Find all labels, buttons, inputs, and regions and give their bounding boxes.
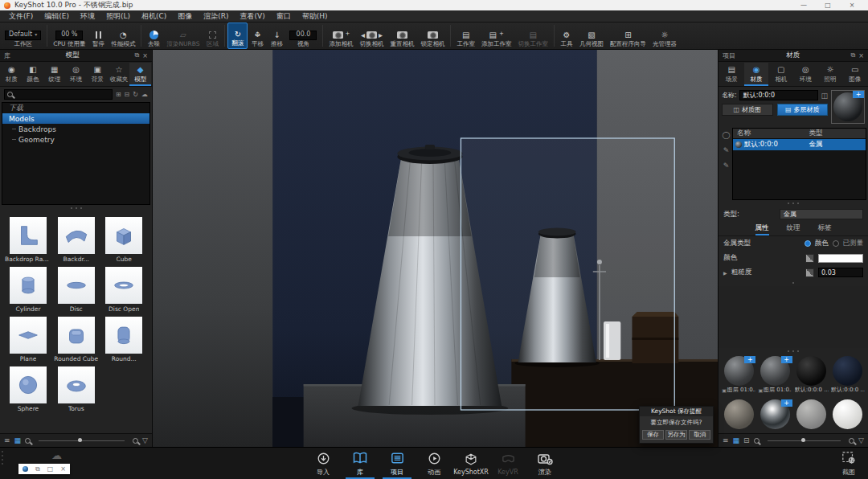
material-thumb[interactable] bbox=[722, 399, 755, 434]
cancel-button[interactable]: 取消 bbox=[689, 430, 710, 440]
light-manager-button[interactable]: ☼ 光管理器 bbox=[649, 23, 680, 49]
panel-splitter[interactable] bbox=[719, 348, 868, 354]
ribbon-item-render[interactable]: 渲染 bbox=[526, 448, 563, 479]
scene-left-wall[interactable] bbox=[153, 50, 272, 447]
viewport-canvas[interactable] bbox=[153, 50, 718, 447]
zoom-in-icon[interactable] bbox=[133, 438, 138, 444]
panel-splitter[interactable] bbox=[719, 200, 868, 207]
subtab-properties[interactable]: 属性 bbox=[755, 223, 769, 235]
ribbon-item-keyshotxr[interactable]: KeyShotXR bbox=[452, 448, 489, 479]
multi-layer-material-button[interactable]: ▤多层材质 bbox=[777, 104, 829, 116]
material-row-selected[interactable]: 默认:0:0:0 金属 bbox=[733, 139, 866, 150]
material-name-input[interactable]: 默认:0:0:0 bbox=[739, 90, 819, 100]
scene-glass-prop[interactable] bbox=[604, 321, 620, 360]
tab-favorites[interactable]: ☆收藏夹 bbox=[108, 63, 130, 86]
tree-view-icon[interactable]: ⊟ bbox=[743, 436, 750, 444]
zoom-out-icon[interactable] bbox=[754, 438, 760, 444]
material-graph-icon[interactable]: ◫ bbox=[821, 92, 828, 100]
cloud-icon[interactable]: ☁ bbox=[51, 449, 62, 461]
material-thumb[interactable]: 默认:0:0:0 ... bbox=[795, 356, 829, 399]
folder-add-icon[interactable]: ⊞ bbox=[116, 91, 121, 98]
material-type-dropdown[interactable]: 金属 bbox=[780, 209, 863, 219]
save-button[interactable]: 保存 bbox=[642, 430, 664, 440]
material-preview-thumbnail[interactable]: + bbox=[831, 90, 865, 124]
tumble-button[interactable]: ↻ 翻滚 bbox=[227, 23, 248, 49]
ribbon-item-project[interactable]: 项目 bbox=[379, 448, 416, 479]
model-item-torus[interactable]: Torus bbox=[53, 366, 100, 412]
arrow-left-icon[interactable]: ◂ bbox=[361, 31, 365, 39]
fov-field[interactable]: 00.0 视角 bbox=[286, 23, 320, 49]
render-nurbs-button[interactable]: ▱ 渲染NURBS bbox=[163, 23, 203, 49]
roughness-input[interactable]: 0.03 bbox=[818, 268, 863, 277]
subtab-labels[interactable]: 标签 bbox=[818, 223, 832, 235]
tab-backgrounds[interactable]: ▣背景 bbox=[87, 63, 108, 86]
ribbon-item-animation[interactable]: 动画 bbox=[416, 448, 452, 479]
folder-up-icon[interactable]: ⊟ bbox=[125, 91, 130, 98]
ribbon-item-keyvr[interactable]: KeyVR bbox=[489, 448, 526, 479]
tree-item-downloads[interactable]: 下载 bbox=[2, 103, 149, 113]
menu-environment[interactable]: 环境 bbox=[75, 10, 100, 23]
tab-textures[interactable]: ▦纹理 bbox=[43, 63, 65, 86]
screenshot-button[interactable]: 截图 bbox=[833, 448, 865, 479]
model-item-backdrop-ramp[interactable]: Backdrop Ramp bbox=[5, 217, 51, 263]
floating-mini-titlebar[interactable]: ⧉ □ × bbox=[18, 464, 70, 474]
subtab-textures[interactable]: 纹理 bbox=[787, 223, 800, 235]
column-name[interactable]: 名称 bbox=[733, 129, 807, 138]
switch-camera-button[interactable]: ◂▸ 切换相机 bbox=[356, 23, 387, 49]
filter-icon[interactable]: ▽ bbox=[858, 436, 864, 444]
add-material-badge[interactable]: + bbox=[853, 91, 864, 98]
material-thumb[interactable] bbox=[831, 399, 865, 434]
tree-item-models[interactable]: Models bbox=[2, 113, 149, 124]
menu-render[interactable]: 渲染(R) bbox=[198, 10, 234, 23]
minimize-button[interactable]: — bbox=[792, 0, 816, 10]
model-item-cylinder[interactable]: Cylinder bbox=[5, 267, 51, 313]
tab-image[interactable]: ▭图像 bbox=[842, 63, 867, 86]
model-item-disc[interactable]: Disc bbox=[53, 267, 100, 313]
toolbar-drag-handle[interactable] bbox=[1, 451, 4, 470]
zoom-out-icon[interactable] bbox=[25, 438, 31, 444]
cpu-usage-field[interactable]: 00 % CPU 使用量 bbox=[50, 23, 88, 49]
tree-item-backdrops[interactable]: Backdrops bbox=[2, 124, 149, 134]
tab-colors[interactable]: ◧颜色 bbox=[23, 63, 44, 86]
dolly-button[interactable]: ↓ 推移 bbox=[267, 23, 286, 49]
menu-lighting[interactable]: 照明(L) bbox=[100, 10, 136, 23]
workspace-dropdown[interactable]: Default▾ 工作区 bbox=[2, 23, 44, 49]
model-item-rounded-cylinder[interactable]: Round... bbox=[101, 317, 148, 362]
texture-checker-icon[interactable] bbox=[805, 268, 814, 277]
tools-button[interactable]: ⚙ 工具 bbox=[557, 23, 576, 49]
tab-materials[interactable]: ◉材质 bbox=[1, 63, 23, 86]
model-item-sphere[interactable]: Sphere bbox=[5, 366, 51, 412]
material-thumb[interactable] bbox=[795, 399, 829, 434]
menu-image[interactable]: 图像 bbox=[172, 10, 198, 23]
tab-environments[interactable]: ◎环境 bbox=[65, 63, 87, 86]
expand-icon[interactable]: ▶ bbox=[723, 270, 727, 276]
close-panel-icon[interactable]: × bbox=[858, 52, 864, 59]
denoise-button[interactable]: 去噪 bbox=[144, 23, 163, 49]
color-swatch[interactable] bbox=[818, 254, 863, 263]
filter-icon[interactable]: ▽ bbox=[142, 436, 148, 444]
pick-material-icon[interactable]: ◯ bbox=[722, 131, 730, 139]
material-thumb[interactable]: + bbox=[758, 399, 792, 434]
menu-help[interactable]: 帮助(H) bbox=[297, 10, 334, 23]
menu-edit[interactable]: 编辑(E) bbox=[39, 10, 75, 23]
thumbnail-size-slider[interactable] bbox=[39, 440, 125, 441]
ribbon-item-library[interactable]: 库 bbox=[342, 448, 379, 479]
switch-studio-button[interactable]: ▤ 切换工作室 bbox=[514, 23, 551, 49]
material-thumb[interactable]: 默认:0:0:0 ... bbox=[831, 356, 865, 399]
tab-environment[interactable]: ◎环境 bbox=[793, 63, 818, 86]
model-item-disc-open[interactable]: Disc Open bbox=[101, 267, 148, 313]
maximize-icon[interactable]: □ bbox=[47, 465, 54, 473]
pause-button[interactable]: 暂停 bbox=[88, 23, 108, 49]
menu-window[interactable]: 窗口 bbox=[271, 10, 297, 23]
float-panel-icon[interactable]: ⧉ bbox=[135, 51, 140, 59]
panel-splitter[interactable] bbox=[0, 205, 152, 211]
list-view-icon[interactable]: ≡ bbox=[4, 436, 10, 444]
model-item-cube[interactable]: Cube bbox=[101, 217, 148, 263]
maximize-button[interactable]: □ bbox=[816, 0, 840, 10]
lock-camera-button[interactable]: 锁定相机 bbox=[417, 23, 448, 49]
pan-button[interactable]: ↔↕ 平移 bbox=[248, 23, 267, 49]
column-type[interactable]: 类型 bbox=[807, 129, 866, 138]
thumbnail-size-slider[interactable] bbox=[768, 440, 841, 441]
scene-wood-box-prop[interactable] bbox=[632, 312, 678, 363]
region-button[interactable]: 区域 bbox=[203, 23, 222, 49]
